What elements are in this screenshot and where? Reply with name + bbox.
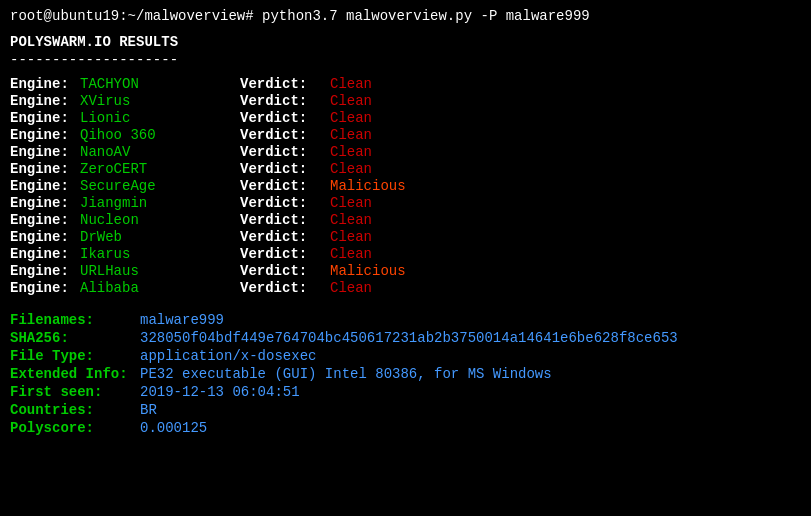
verdict-value: Clean [330, 280, 372, 296]
engine-row: Engine:AlibabaVerdict:Clean [10, 280, 801, 296]
engine-label: Engine: [10, 127, 80, 143]
engine-label: Engine: [10, 280, 80, 296]
verdict-value: Clean [330, 246, 372, 262]
meta-row: File Type:application/x-dosexec [10, 348, 801, 364]
verdict-label: Verdict: [240, 246, 330, 262]
engine-label: Engine: [10, 110, 80, 126]
engine-label: Engine: [10, 76, 80, 92]
engine-label: Engine: [10, 229, 80, 245]
meta-key: Extended Info: [10, 366, 140, 382]
engine-name: URLHaus [80, 263, 240, 279]
meta-value: BR [140, 402, 157, 418]
terminal-window: root@ubuntu19:~/malwoverview# python3.7 … [10, 8, 801, 436]
engine-name: Jiangmin [80, 195, 240, 211]
verdict-value: Clean [330, 76, 372, 92]
engine-name: Ikarus [80, 246, 240, 262]
verdict-value: Clean [330, 195, 372, 211]
engine-name: Lionic [80, 110, 240, 126]
engine-label: Engine: [10, 195, 80, 211]
divider: -------------------- [10, 52, 801, 68]
engine-label: Engine: [10, 263, 80, 279]
engine-name: TACHYON [80, 76, 240, 92]
meta-value: application/x-dosexec [140, 348, 316, 364]
engine-label: Engine: [10, 161, 80, 177]
meta-row: SHA256:328050f04bdf449e764704bc450617231… [10, 330, 801, 346]
engine-row: Engine:DrWebVerdict:Clean [10, 229, 801, 245]
verdict-label: Verdict: [240, 93, 330, 109]
meta-row: Filenames:malware999 [10, 312, 801, 328]
engine-name: Qihoo 360 [80, 127, 240, 143]
meta-row: First seen:2019-12-13 06:04:51 [10, 384, 801, 400]
verdict-value: Clean [330, 110, 372, 126]
verdict-label: Verdict: [240, 178, 330, 194]
meta-row: Countries:BR [10, 402, 801, 418]
verdict-value: Malicious [330, 178, 406, 194]
section-title: POLYSWARM.IO RESULTS [10, 34, 801, 50]
engine-name: Alibaba [80, 280, 240, 296]
verdict-value: Clean [330, 229, 372, 245]
engine-results: Engine:TACHYONVerdict:CleanEngine:XVirus… [10, 76, 801, 296]
metadata-section: Filenames:malware999SHA256:328050f04bdf4… [10, 312, 801, 436]
meta-key: File Type: [10, 348, 140, 364]
engine-row: Engine:JiangminVerdict:Clean [10, 195, 801, 211]
verdict-label: Verdict: [240, 110, 330, 126]
verdict-label: Verdict: [240, 161, 330, 177]
engine-row: Engine:Qihoo 360Verdict:Clean [10, 127, 801, 143]
engine-name: XVirus [80, 93, 240, 109]
command-line: root@ubuntu19:~/malwoverview# python3.7 … [10, 8, 801, 24]
engine-row: Engine:IkarusVerdict:Clean [10, 246, 801, 262]
engine-row: Engine:SecureAgeVerdict:Malicious [10, 178, 801, 194]
engine-name: Nucleon [80, 212, 240, 228]
verdict-label: Verdict: [240, 229, 330, 245]
meta-key: Countries: [10, 402, 140, 418]
engine-row: Engine:TACHYONVerdict:Clean [10, 76, 801, 92]
meta-value: 0.000125 [140, 420, 207, 436]
verdict-value: Clean [330, 127, 372, 143]
engine-row: Engine:NanoAVVerdict:Clean [10, 144, 801, 160]
engine-row: Engine:URLHausVerdict:Malicious [10, 263, 801, 279]
verdict-label: Verdict: [240, 144, 330, 160]
verdict-value: Clean [330, 161, 372, 177]
meta-key: Polyscore: [10, 420, 140, 436]
meta-key: SHA256: [10, 330, 140, 346]
verdict-value: Malicious [330, 263, 406, 279]
engine-row: Engine:XVirusVerdict:Clean [10, 93, 801, 109]
verdict-label: Verdict: [240, 212, 330, 228]
verdict-label: Verdict: [240, 76, 330, 92]
engine-name: DrWeb [80, 229, 240, 245]
meta-row: Extended Info:PE32 executable (GUI) Inte… [10, 366, 801, 382]
meta-row: Polyscore:0.000125 [10, 420, 801, 436]
verdict-label: Verdict: [240, 195, 330, 211]
engine-label: Engine: [10, 144, 80, 160]
verdict-label: Verdict: [240, 127, 330, 143]
engine-label: Engine: [10, 212, 80, 228]
engine-label: Engine: [10, 178, 80, 194]
meta-value: PE32 executable (GUI) Intel 80386, for M… [140, 366, 552, 382]
engine-name: NanoAV [80, 144, 240, 160]
verdict-value: Clean [330, 212, 372, 228]
engine-row: Engine:ZeroCERTVerdict:Clean [10, 161, 801, 177]
meta-value: malware999 [140, 312, 224, 328]
meta-key: First seen: [10, 384, 140, 400]
meta-value: 328050f04bdf449e764704bc450617231ab2b375… [140, 330, 678, 346]
verdict-label: Verdict: [240, 280, 330, 296]
meta-key: Filenames: [10, 312, 140, 328]
engine-label: Engine: [10, 93, 80, 109]
verdict-value: Clean [330, 93, 372, 109]
engine-name: SecureAge [80, 178, 240, 194]
engine-row: Engine:LionicVerdict:Clean [10, 110, 801, 126]
engine-name: ZeroCERT [80, 161, 240, 177]
meta-value: 2019-12-13 06:04:51 [140, 384, 300, 400]
verdict-value: Clean [330, 144, 372, 160]
verdict-label: Verdict: [240, 263, 330, 279]
engine-label: Engine: [10, 246, 80, 262]
engine-row: Engine:NucleonVerdict:Clean [10, 212, 801, 228]
